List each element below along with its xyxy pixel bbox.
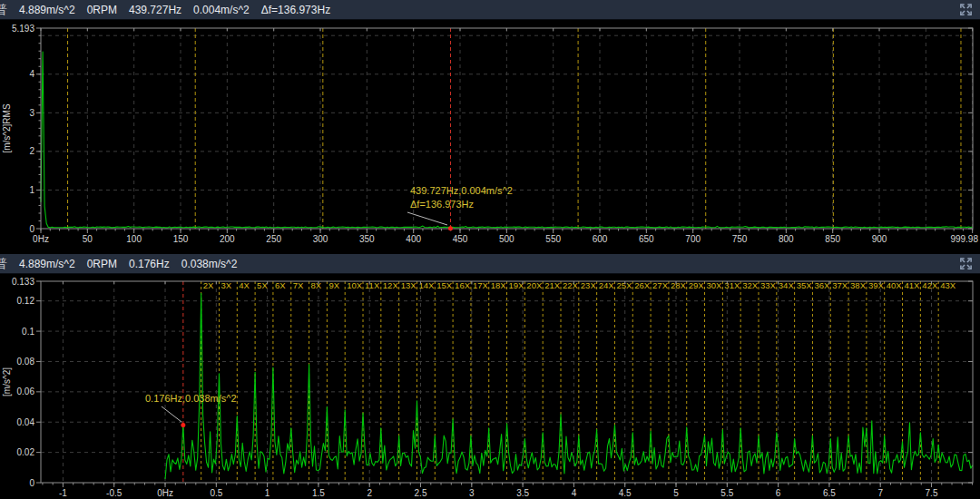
svg-text:6X: 6X: [275, 280, 286, 290]
svg-text:300: 300: [313, 234, 328, 244]
svg-text:0.1: 0.1: [22, 327, 34, 337]
svg-text:21X: 21X: [544, 280, 561, 290]
svg-text:26X: 26X: [634, 280, 651, 290]
svg-text:17X: 17X: [473, 280, 489, 290]
svg-text:1: 1: [265, 488, 270, 498]
svg-text:999.98: 999.98: [950, 234, 978, 244]
svg-text:400: 400: [406, 234, 421, 244]
svg-text:7.5: 7.5: [926, 488, 938, 498]
svg-text:29X: 29X: [689, 280, 705, 290]
svg-text:5.193: 5.193: [12, 24, 34, 34]
svg-text:600: 600: [593, 234, 608, 244]
svg-text:2X: 2X: [203, 280, 214, 290]
svg-text:0.02: 0.02: [17, 447, 35, 457]
svg-text:6: 6: [776, 488, 781, 498]
svg-text:18X: 18X: [491, 280, 507, 290]
svg-text:1: 1: [29, 185, 34, 195]
svg-text:0.06: 0.06: [17, 386, 35, 396]
svg-text:0.5: 0.5: [210, 488, 222, 498]
svg-text:20X: 20X: [526, 280, 543, 290]
svg-text:800: 800: [779, 234, 794, 244]
cursor-frequency-value: 0.176Hz: [129, 258, 170, 270]
svg-text:0.133: 0.133: [12, 277, 34, 287]
svg-text:439.727Hz,0.004m/s^2: 439.727Hz,0.004m/s^2: [410, 185, 513, 196]
svg-text:42X: 42X: [922, 280, 938, 290]
svg-text:Δf=136.973Hz: Δf=136.973Hz: [410, 199, 474, 210]
svg-text:200: 200: [220, 234, 235, 244]
svg-text:30X: 30X: [707, 280, 723, 290]
svg-text:4.5: 4.5: [619, 488, 632, 498]
bottom-spectrum-chart[interactable]: 2X3X4X5X6X7X8X9X10X11X12X13X14X15X16X17X…: [0, 274, 980, 499]
svg-text:2.5: 2.5: [415, 488, 427, 498]
svg-text:650: 650: [639, 234, 654, 244]
svg-text:850: 850: [825, 234, 840, 244]
expand-icon: [959, 3, 973, 16]
channel-icon: 普: [0, 256, 7, 272]
svg-text:250: 250: [266, 234, 281, 244]
svg-text:350: 350: [359, 234, 375, 244]
svg-text:6.5: 6.5: [823, 488, 836, 498]
svg-text:11X: 11X: [365, 280, 380, 290]
rpm-value: 0RPM: [87, 4, 117, 16]
svg-text:5: 5: [673, 488, 679, 498]
svg-text:500: 500: [499, 234, 514, 244]
svg-text:3X: 3X: [220, 280, 231, 290]
svg-text:41X: 41X: [905, 280, 921, 290]
svg-text:24X: 24X: [599, 280, 615, 290]
svg-text:39X: 39X: [868, 280, 885, 290]
vibration-spectrum-analyzer: 普 4.889m/s^2 0RPM 439.727Hz 0.004m/s^2 Δ…: [0, 0, 980, 499]
top-chart-header: 普 4.889m/s^2 0RPM 439.727Hz 0.004m/s^2 Δ…: [0, 0, 980, 20]
svg-text:23X: 23X: [581, 280, 597, 290]
expand-icon: [959, 257, 973, 270]
svg-text:-0.5: -0.5: [106, 488, 122, 498]
svg-text:0: 0: [29, 478, 34, 488]
svg-text:10X: 10X: [347, 280, 363, 290]
svg-text:36X: 36X: [814, 280, 830, 290]
svg-text:100: 100: [126, 234, 142, 244]
svg-text:3: 3: [469, 488, 475, 498]
svg-text:0.04: 0.04: [17, 417, 35, 427]
svg-text:450: 450: [453, 234, 468, 244]
svg-text:[m/s^2]RMS: [m/s^2]RMS: [2, 103, 12, 152]
svg-text:[m/s^2]: [m/s^2]: [2, 367, 12, 396]
svg-text:5X: 5X: [257, 280, 268, 290]
svg-text:7X: 7X: [293, 280, 304, 290]
svg-text:34X: 34X: [779, 280, 795, 290]
svg-text:22X: 22X: [563, 280, 579, 290]
top-spectrum-chart[interactable]: 0Hz5010015020025030035040045050055060065…: [0, 20, 980, 254]
svg-text:43X: 43X: [940, 280, 956, 290]
svg-text:12X: 12X: [383, 280, 399, 290]
svg-text:38X: 38X: [850, 280, 867, 290]
svg-text:550: 550: [545, 234, 561, 244]
svg-text:32X: 32X: [742, 280, 759, 290]
expand-button[interactable]: [958, 256, 974, 271]
overall-rms-value: 4.889m/s^2: [19, 258, 75, 270]
svg-text:900: 900: [872, 234, 887, 244]
expand-button[interactable]: [958, 2, 974, 17]
svg-text:0.176Hz,0.038m/s^2: 0.176Hz,0.038m/s^2: [145, 393, 237, 404]
svg-text:13X: 13X: [401, 280, 417, 290]
svg-text:37X: 37X: [832, 280, 848, 290]
channel-icon: 普: [0, 2, 7, 18]
svg-text:150: 150: [173, 234, 189, 244]
rpm-value: 0RPM: [87, 258, 117, 270]
svg-text:15X: 15X: [436, 280, 453, 290]
svg-text:50: 50: [83, 234, 93, 244]
svg-text:750: 750: [732, 234, 748, 244]
svg-text:0.12: 0.12: [17, 296, 35, 306]
svg-text:0: 0: [29, 224, 34, 234]
svg-text:2: 2: [29, 146, 34, 156]
cursor-amplitude-value: 0.038m/s^2: [181, 258, 238, 270]
svg-text:7: 7: [877, 488, 883, 498]
svg-text:0Hz: 0Hz: [157, 488, 173, 498]
svg-text:3.5: 3.5: [516, 488, 529, 498]
svg-text:3: 3: [29, 108, 34, 118]
svg-text:9X: 9X: [328, 280, 339, 290]
delta-frequency-value: Δf=136.973Hz: [261, 4, 330, 16]
svg-text:700: 700: [685, 234, 701, 244]
cursor-frequency-value: 439.727Hz: [129, 4, 181, 16]
svg-text:1.5: 1.5: [312, 488, 325, 498]
svg-text:-1: -1: [59, 488, 67, 498]
cursor-amplitude-value: 0.004m/s^2: [193, 4, 250, 16]
svg-text:0.08: 0.08: [17, 357, 35, 367]
